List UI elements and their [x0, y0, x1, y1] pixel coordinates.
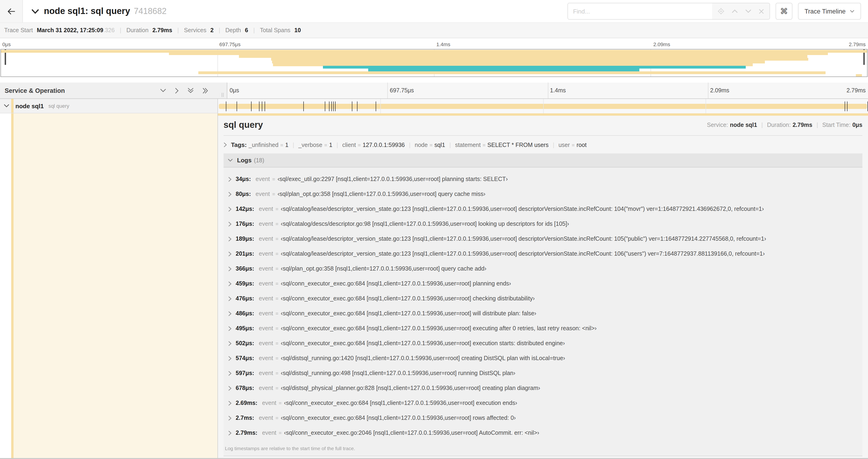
- log-field-key: event: [259, 265, 273, 272]
- log-row[interactable]: 476μs:event=‹sql/conn_executor_exec.go:6…: [228, 291, 859, 306]
- trace-id: 7418682: [134, 6, 166, 16]
- log-field-value: ‹sql/conn_executor_exec.go:684 [nsql1,cl…: [284, 400, 517, 406]
- summary-label: Depth: [225, 27, 243, 34]
- log-row[interactable]: 597μs:event=‹sql/distsql_running.go:498 …: [228, 366, 859, 381]
- log-row[interactable]: 495μs:event=‹sql/conn_executor_exec.go:6…: [228, 321, 859, 336]
- span-log-marker[interactable]: [847, 101, 847, 111]
- log-row[interactable]: 176μs:event=‹sql/catalog/descs/descripto…: [228, 217, 859, 231]
- log-row[interactable]: 34μs:event=‹sql/exec_util.go:2297 [nsql1…: [228, 172, 859, 187]
- span-log-marker[interactable]: [265, 101, 265, 111]
- span-log-marker[interactable]: [303, 101, 304, 111]
- chevron-down-icon[interactable]: [31, 9, 39, 14]
- span-log-marker[interactable]: [226, 101, 226, 111]
- equals-sign: =: [273, 370, 281, 376]
- log-row[interactable]: 678μs:event=‹sql/distsql_physical_planne…: [228, 381, 859, 396]
- tag-key: client: [342, 141, 356, 148]
- log-row[interactable]: 366μs:event=‹sql/plan_opt.go:358 [nsql1,…: [228, 261, 859, 276]
- span-log-marker[interactable]: [331, 101, 332, 111]
- log-row[interactable]: 459μs:event=‹sql/conn_executor_exec.go:6…: [228, 276, 859, 291]
- trace-view-selector[interactable]: Trace Timeline: [798, 3, 861, 20]
- summary-value: 6: [245, 27, 248, 34]
- log-field-key: event: [259, 385, 273, 391]
- tag-item[interactable]: user=root: [558, 141, 587, 148]
- log-row[interactable]: 201μs:event=‹sql/catalog/lease/descripto…: [228, 246, 859, 261]
- log-field-value: ‹sql/catalog/lease/descriptor_version_st…: [281, 251, 765, 257]
- timeline-gridline: [548, 83, 548, 98]
- chevron-right-icon: [228, 356, 231, 361]
- span-log-marker[interactable]: [376, 101, 376, 111]
- tags-accordion[interactable]: Tags: _unfinished=1|_verbose=1|client=12…: [223, 141, 862, 148]
- tag-item[interactable]: statement=SELECT * FROM users: [455, 141, 549, 148]
- span-log-marker[interactable]: [237, 101, 237, 111]
- span-log-marker[interactable]: [352, 101, 352, 111]
- separator: |: [219, 27, 220, 34]
- span-row-timeline-cell[interactable]: [218, 99, 868, 113]
- minimap-canvas[interactable]: [0, 49, 868, 77]
- tag-item[interactable]: _unfinished=1: [248, 141, 288, 148]
- log-row[interactable]: 574μs:event=‹sql/distsql_running.go:1420…: [228, 351, 859, 366]
- log-row[interactable]: 502μs:event=‹sql/conn_executor_exec.go:6…: [228, 336, 859, 351]
- log-row[interactable]: 486μs:event=‹sql/conn_executor_exec.go:6…: [228, 306, 859, 321]
- collapse-one-icon[interactable]: [160, 89, 166, 92]
- log-row[interactable]: 80μs:event=‹sql/plan_opt.go:358 [nsql1,c…: [228, 187, 859, 201]
- next-match-icon[interactable]: [745, 9, 751, 13]
- equals-sign: =: [278, 142, 285, 147]
- find-actions: [712, 3, 770, 19]
- prev-match-icon[interactable]: [732, 9, 738, 13]
- equals-sign: =: [276, 430, 284, 436]
- span-log-marker[interactable]: [325, 101, 325, 111]
- log-timestamp: 366μs:: [236, 265, 254, 272]
- clear-find-icon[interactable]: [759, 9, 764, 14]
- span-collapse-icon[interactable]: [4, 104, 9, 108]
- minimap-span-bar: [856, 74, 862, 77]
- log-field-value: ‹sql/conn_executor_exec.go:2046 [nsql1,c…: [284, 430, 539, 436]
- expand-one-icon[interactable]: [175, 88, 179, 94]
- tag-item[interactable]: client=127.0.0.1:59936: [342, 141, 405, 148]
- span-log-marker[interactable]: [335, 101, 335, 111]
- timeline-gridline: [706, 99, 706, 113]
- log-row[interactable]: 189μs:event=‹sql/catalog/lease/descripto…: [228, 231, 859, 246]
- summary-item: Duration 2.79ms: [126, 27, 172, 34]
- keyboard-shortcuts-button[interactable]: ⌘: [776, 3, 793, 20]
- log-field-key: event: [259, 415, 273, 421]
- timeline-gridline: [543, 99, 544, 113]
- tag-item[interactable]: node=sql1: [415, 141, 445, 148]
- chevron-right-icon: [223, 142, 227, 147]
- trace-title-group: node sql1: sql query 7418682: [23, 6, 166, 16]
- collapse-controls: [160, 88, 222, 94]
- span-log-marker[interactable]: [251, 101, 251, 111]
- logs-accordion-header[interactable]: Logs (18): [223, 154, 862, 167]
- log-timestamp: 176μs:: [236, 221, 254, 227]
- arrow-left-icon: [7, 8, 15, 15]
- log-row[interactable]: 2.79ms:event=‹sql/conn_executor_exec.go:…: [228, 425, 859, 440]
- span-detail-left-gutter: [0, 113, 218, 458]
- span-log-marker[interactable]: [845, 101, 845, 111]
- span-log-marker[interactable]: [357, 101, 358, 111]
- tag-key: _verbose: [299, 141, 322, 148]
- log-field-key: event: [259, 355, 273, 362]
- column-resizer-grip[interactable]: [222, 93, 223, 97]
- log-row[interactable]: 2.69ms:event=‹sql/conn_executor_exec.go:…: [228, 396, 859, 411]
- collapse-all-icon[interactable]: [188, 88, 194, 93]
- span-row-name-cell[interactable]: node sql1 sql query: [0, 99, 218, 113]
- span-log-marker[interactable]: [333, 101, 334, 111]
- log-field-value: ‹sql/conn_executor_exec.go:684 [nsql1,cl…: [281, 340, 565, 347]
- log-row[interactable]: 142μs:event=‹sql/catalog/lease/descripto…: [228, 201, 859, 217]
- back-button[interactable]: [0, 0, 23, 22]
- focus-target-icon[interactable]: [718, 8, 724, 14]
- trace-view-label: Trace Timeline: [805, 8, 846, 15]
- separator: |: [120, 27, 121, 34]
- timeline-tick-label: 697.75μs: [219, 41, 241, 47]
- find-input[interactable]: [568, 3, 712, 19]
- log-field-value: ‹sql/exec_util.go:2297 [nsql1,client=127…: [277, 176, 508, 183]
- span-log-marker[interactable]: [259, 101, 259, 111]
- span-log-marker[interactable]: [329, 101, 329, 111]
- log-row[interactable]: 2.7ms:event=‹sql/conn_executor_exec.go:6…: [228, 411, 859, 425]
- timeline-ruler[interactable]: 0μs697.75μs1.4ms2.09ms2.79ms: [227, 83, 868, 98]
- span-log-marker[interactable]: [262, 101, 262, 111]
- expand-all-icon[interactable]: [203, 88, 208, 94]
- tag-item[interactable]: _verbose=1: [299, 141, 333, 148]
- separator: |: [337, 141, 338, 148]
- summary-value: 10: [294, 27, 301, 34]
- log-field-key: event: [259, 206, 273, 212]
